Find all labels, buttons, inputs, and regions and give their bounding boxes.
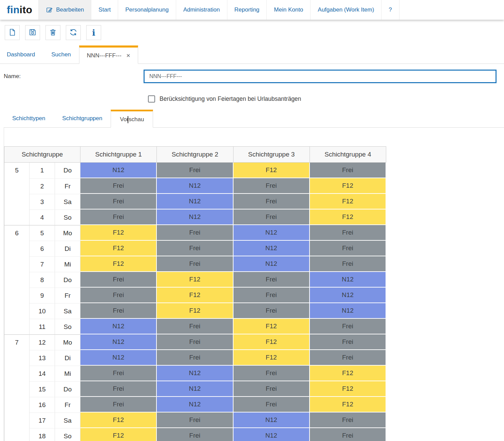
nav-item-administration[interactable]: Administration bbox=[176, 0, 227, 20]
shift-cell: Frei bbox=[234, 381, 310, 397]
shift-cell: Frei bbox=[310, 319, 386, 334]
refresh-button[interactable] bbox=[66, 25, 81, 40]
shift-cell: F12 bbox=[80, 428, 157, 441]
info-button[interactable]: i bbox=[86, 25, 101, 40]
shift-cell: Frei bbox=[80, 397, 157, 412]
shift-cell: Frei bbox=[234, 194, 310, 209]
day-name-cell: Mo bbox=[55, 334, 80, 350]
schedule-row: 16FrFreiN12FreiF12 bbox=[4, 397, 386, 412]
subtab-label: Schichttypen bbox=[12, 115, 45, 122]
nav-item-label: Bearbeiten bbox=[56, 6, 84, 13]
text-cursor bbox=[128, 116, 128, 123]
shift-cell: F12 bbox=[80, 225, 157, 241]
week-number-cell: 5 bbox=[4, 163, 30, 225]
nav-item-reporting[interactable]: Reporting bbox=[227, 0, 267, 20]
day-name-cell: Sa bbox=[55, 194, 80, 209]
schedule-header-row: Schichtgruppe Schichtgruppe 1 Schichtgru… bbox=[4, 146, 386, 163]
holiday-checkbox-row: Berücksichtigung von Feiertagen bei Urla… bbox=[148, 95, 504, 103]
save-button[interactable] bbox=[25, 25, 40, 40]
day-number-cell: 13 bbox=[30, 350, 55, 366]
holiday-checkbox[interactable] bbox=[148, 95, 155, 103]
nav-item-label: Personalplanung bbox=[125, 6, 169, 13]
schedule-row: 15DoFreiN12FreiF12 bbox=[4, 381, 386, 397]
day-name-cell: Mo bbox=[55, 225, 80, 241]
new-document-button[interactable] bbox=[5, 25, 20, 40]
subtab-schichttypen[interactable]: Schichttypen bbox=[4, 110, 54, 127]
shift-cell: Frei bbox=[80, 366, 157, 381]
subtab-schichtgruppen[interactable]: Schichtgruppen bbox=[54, 110, 111, 127]
tab-nnn-fff[interactable]: NNN---FFF---✕ bbox=[79, 45, 138, 64]
tab-label: NNN---FFF--- bbox=[87, 52, 122, 59]
shift-cell: Frei bbox=[310, 412, 386, 428]
shift-cell: N12 bbox=[157, 366, 233, 381]
shift-cell: Frei bbox=[80, 381, 157, 397]
trash-icon bbox=[49, 28, 57, 37]
shift-cell: Frei bbox=[157, 225, 233, 241]
week-number-cell: 7 bbox=[4, 334, 30, 441]
shift-cell: Frei bbox=[80, 303, 157, 319]
shift-cell: Frei bbox=[310, 225, 386, 241]
shift-cell: N12 bbox=[157, 397, 233, 412]
shift-cell: N12 bbox=[80, 350, 157, 366]
app-logo[interactable]: finito bbox=[0, 0, 38, 20]
sync-icon bbox=[69, 28, 78, 38]
day-number-cell: 16 bbox=[30, 397, 55, 412]
nav-item-bearbeiten[interactable]: Bearbeiten bbox=[38, 0, 91, 20]
day-name-cell: Fr bbox=[55, 178, 80, 194]
delete-button[interactable] bbox=[45, 25, 60, 40]
shift-cell: Frei bbox=[157, 163, 233, 178]
shift-cell: N12 bbox=[310, 288, 386, 303]
shift-cell: N12 bbox=[157, 194, 233, 209]
shift-cell: Frei bbox=[310, 163, 386, 178]
tab-label: Suchen bbox=[51, 51, 71, 58]
shift-cell: N12 bbox=[310, 272, 386, 288]
schedule-row: 13DiN12FreiF12Frei bbox=[4, 350, 386, 366]
logo-text-dark: ito bbox=[20, 4, 33, 16]
tab-label: Dashboard bbox=[7, 51, 35, 58]
day-name-cell: Sa bbox=[55, 303, 80, 319]
shift-cell: F12 bbox=[234, 334, 310, 350]
shift-cell: N12 bbox=[157, 209, 233, 225]
nav-item-help[interactable]: ? bbox=[381, 0, 399, 20]
nav-item-label: Aufgaben (Work Item) bbox=[318, 6, 374, 13]
shift-cell: Frei bbox=[157, 334, 233, 350]
subtab-vorschau[interactable]: Vorschau bbox=[111, 110, 153, 128]
tab-dashboard[interactable]: Dashboard bbox=[0, 45, 43, 63]
shift-cell: F12 bbox=[310, 178, 386, 194]
shift-cell: Frei bbox=[80, 194, 157, 209]
day-number-cell: 14 bbox=[30, 366, 55, 381]
shift-cell: Frei bbox=[310, 428, 386, 441]
top-nav: finito BearbeitenStartPersonalplanungAdm… bbox=[0, 0, 504, 20]
day-name-cell: Mi bbox=[55, 366, 80, 381]
schedule-table: Schichtgruppe Schichtgruppe 1 Schichtgru… bbox=[4, 146, 386, 441]
day-name-cell: Mi bbox=[55, 256, 80, 272]
nav-item-start[interactable]: Start bbox=[91, 0, 118, 20]
schedule-row: 3SaFreiN12FreiF12 bbox=[4, 194, 386, 209]
nav-item-mein-konto[interactable]: Mein Konto bbox=[266, 0, 310, 20]
schedule-row: 10SaFreiF12FreiN12 bbox=[4, 303, 386, 319]
nav-item-personalplanung[interactable]: Personalplanung bbox=[118, 0, 176, 20]
shift-cell: Frei bbox=[80, 209, 157, 225]
shift-cell: N12 bbox=[157, 381, 233, 397]
day-number-cell: 5 bbox=[30, 225, 55, 241]
tab-suchen[interactable]: Suchen bbox=[43, 45, 79, 63]
nav-item-label: Reporting bbox=[235, 6, 260, 13]
file-icon bbox=[8, 28, 16, 37]
name-input[interactable] bbox=[144, 70, 497, 83]
tab-close-icon[interactable]: ✕ bbox=[126, 53, 131, 59]
nav-item-aufgaben-work-item[interactable]: Aufgaben (Work Item) bbox=[310, 0, 381, 20]
name-label: Name: bbox=[0, 73, 144, 80]
shift-cell: N12 bbox=[234, 225, 310, 241]
shift-cell: F12 bbox=[310, 366, 386, 381]
shift-cell: F12 bbox=[310, 194, 386, 209]
shift-cell: Frei bbox=[157, 350, 233, 366]
shift-cell: F12 bbox=[80, 241, 157, 256]
day-number-cell: 18 bbox=[30, 428, 55, 441]
schedule-row: 65MoF12FreiN12Frei bbox=[4, 225, 386, 241]
shift-cell: F12 bbox=[310, 397, 386, 412]
shift-cell: Frei bbox=[234, 209, 310, 225]
day-name-cell: Fr bbox=[55, 288, 80, 303]
shift-cell: Frei bbox=[234, 366, 310, 381]
day-name-cell: Do bbox=[55, 381, 80, 397]
shift-cell: N12 bbox=[234, 428, 310, 441]
